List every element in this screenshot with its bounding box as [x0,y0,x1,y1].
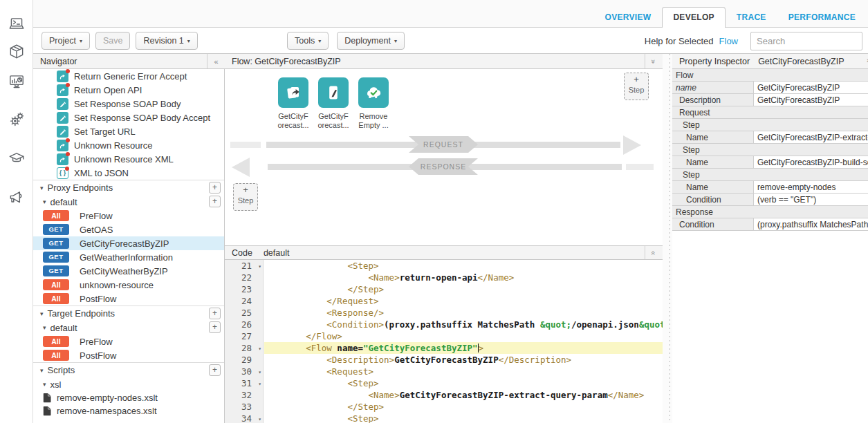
property-inspector-header: Property Inspector GetCityForecastByZIP … [672,54,868,69]
collapse-navigator-icon[interactable]: « [207,54,225,68]
code-line-22[interactable]: 22 <Name>return-open-api</Name> [225,272,663,283]
graduation-cap-icon[interactable] [8,149,26,167]
revision-menu-button[interactable]: Revision 1▾ [136,32,197,50]
inspector-row-step[interactable]: Step [672,144,868,156]
endpoint-flow-preflow[interactable]: AllPreFlow [33,335,224,348]
terminal-icon[interactable] [8,15,26,33]
tools-menu-button[interactable]: Tools▾ [287,32,329,50]
project-menu-button[interactable]: Project▾ [41,32,90,50]
package-icon[interactable] [8,43,26,61]
subsection-xsl[interactable]: ▾xsl [33,377,224,391]
fold-arrow-icon[interactable]: ▾ [258,343,261,355]
code-line-31[interactable]: 31▾ <Step> [225,377,663,389]
code-line-34[interactable]: 34▾ <Step> [225,413,663,423]
endpoint-flow-preflow[interactable]: AllPreFlow [33,209,224,223]
endpoint-flow-postflow[interactable]: AllPostFlow [33,348,224,362]
gears-icon[interactable] [8,111,26,129]
property-value[interactable]: (proxy.pathsuffix MatchesPath "/c [754,218,868,230]
monitor-chart-icon[interactable] [8,73,26,91]
code-line-28[interactable]: 28▾ <Flow name="GetCityForecastByZIP"> [225,342,663,354]
endpoint-flow-getcityweatherbyzip[interactable]: GETGetCityWeatherByZIP [33,264,224,278]
add-proxy-endpoints-button[interactable]: + [209,182,221,194]
inspector-row-request[interactable]: Request [672,106,868,119]
code-line-30[interactable]: 30▾ <Request> [225,366,663,377]
code-line-23[interactable]: 23 </Step> [225,283,663,295]
policy-item[interactable]: Unknown Resource XML [33,152,224,166]
code-line-25[interactable]: 25 <Response/> [225,307,663,319]
code-text: </Flow> [264,330,663,342]
policy-item[interactable]: Set Target URL [33,124,224,138]
help-flow-link[interactable]: Flow [719,36,738,46]
add-flow-button[interactable]: + [209,196,221,207]
policy-item[interactable]: Unknown Resource [33,138,224,152]
endpoint-flow-getoas[interactable]: GETGetOAS [33,223,224,236]
endpoint-flow-unknown-resource[interactable]: Allunknown-resource [33,278,224,292]
property-value[interactable]: GetCityForecastByZIP [754,94,868,106]
code-line-29[interactable]: 29 <Description>GetCityForecastByZIP</De… [225,354,663,366]
policy-item[interactable]: Set Response SOAP Body Accept [33,111,224,124]
inspector-row-step[interactable]: Step [672,119,868,131]
code-line-24[interactable]: 24 </Request> [225,295,663,307]
endpoint-flow-getweatherinformation[interactable]: GETGetWeatherInformation [33,250,224,264]
property-value[interactable]: GetCityForecastByZIP-build-soap [754,156,868,168]
inspector-row-response[interactable]: Response [672,206,868,218]
inspector-row-condition[interactable]: Condition(verb == "GET") [672,194,868,206]
tab-trace[interactable]: TRACE [726,8,777,27]
inspector-row-name[interactable]: Nameremove-empty-nodes [672,181,868,194]
flow-step-xsl-transform[interactable]: RemoveEmpty ... [357,77,390,130]
tab-performance[interactable]: PERFORMANCE [777,8,867,27]
assign-message-icon [318,77,349,108]
policy-item[interactable]: Return Generic Error Accept [33,69,224,83]
save-button[interactable]: Save [95,32,131,50]
inspector-row-name[interactable]: NameGetCityForecastByZIP-build-soap [672,156,868,169]
property-value[interactable]: GetCityForecastByZIP [754,82,868,93]
tab-develop[interactable]: DEVELOP [662,7,725,28]
arrow-policy-icon [57,84,68,96]
add-step-button-request[interactable]: + Step [624,73,649,100]
tab-overview[interactable]: OVERVIEW [594,8,663,27]
add-scripts-button[interactable]: + [209,364,221,376]
code-line-33[interactable]: 33 </Step> [225,401,663,413]
flow-step-assign-message[interactable]: GetCityForecast... [317,77,350,130]
subsection-default[interactable]: ▾default+ [33,321,224,335]
property-value[interactable]: remove-empty-nodes [754,181,868,193]
flow-step-extract-variables[interactable]: GetCityForecast... [277,77,310,130]
fold-arrow-icon[interactable]: ▾ [258,413,261,423]
endpoint-flow-postflow[interactable]: AllPostFlow [33,292,224,306]
inspector-row-flow[interactable]: Flow [672,69,868,82]
script-file-remove-namespaces.xslt[interactable]: remove-namespaces.xslt [33,404,224,417]
panel-resize-gutter[interactable] [663,54,672,423]
policy-item[interactable]: { }XML to JSON [33,166,224,180]
add-flow-button[interactable]: + [209,321,221,333]
property-value[interactable]: (verb == "GET") [754,194,868,205]
property-value[interactable]: GetCityForecastByZIP-extract-qu [754,131,868,143]
inspector-row-step[interactable]: Step [672,169,868,181]
megaphone-icon[interactable] [8,188,26,206]
line-number: 28▾ [225,342,264,354]
policy-item[interactable]: Set Response SOAP Body [33,97,224,111]
code-line-26[interactable]: 26 <Condition>(proxy.pathsuffix MatchesP… [225,319,663,330]
section-header-target-endpoints[interactable]: ▾Target Endpoints+ [33,306,224,321]
search-input[interactable] [750,32,862,50]
code-line-21[interactable]: 21▾ <Step> [225,260,663,272]
inspector-row-description[interactable]: DescriptionGetCityForecastByZIP [672,94,868,106]
inspector-row-condition[interactable]: Condition(proxy.pathsuffix MatchesPath "… [672,218,868,231]
inspector-row-name[interactable]: nameGetCityForecastByZIP [672,82,868,94]
code-line-27[interactable]: 27 </Flow> [225,330,663,342]
collapse-code-panel-icon[interactable]: « [645,246,663,259]
add-step-button-response[interactable]: + Step [233,183,258,211]
section-header-proxy-endpoints[interactable]: ▾Proxy Endpoints+ [33,180,224,195]
script-file-remove-empty-nodes.xslt[interactable]: remove-empty-nodes.xslt [33,391,224,404]
policy-item[interactable]: Return Open API [33,83,224,97]
deployment-menu-button[interactable]: Deployment▾ [337,32,405,50]
subsection-default[interactable]: ▾default+ [33,195,224,209]
endpoint-flow-getcityforecastbyzip[interactable]: GETGetCityForecastByZIP [33,236,224,250]
fold-arrow-icon[interactable]: ▾ [258,366,261,378]
add-target-endpoints-button[interactable]: + [209,308,221,319]
code-line-32[interactable]: 32 <Name>GetCityForecastByZIP-extract-qu… [225,389,663,401]
inspector-row-name[interactable]: NameGetCityForecastByZIP-extract-qu [672,131,868,144]
section-header-scripts[interactable]: ▾Scripts+ [33,362,224,377]
code-editor[interactable]: 21▾ <Step>22 <Name>return-open-api</Name… [225,260,663,423]
fold-arrow-icon[interactable]: ▾ [258,378,261,390]
fold-arrow-icon[interactable]: ▾ [258,261,261,272]
